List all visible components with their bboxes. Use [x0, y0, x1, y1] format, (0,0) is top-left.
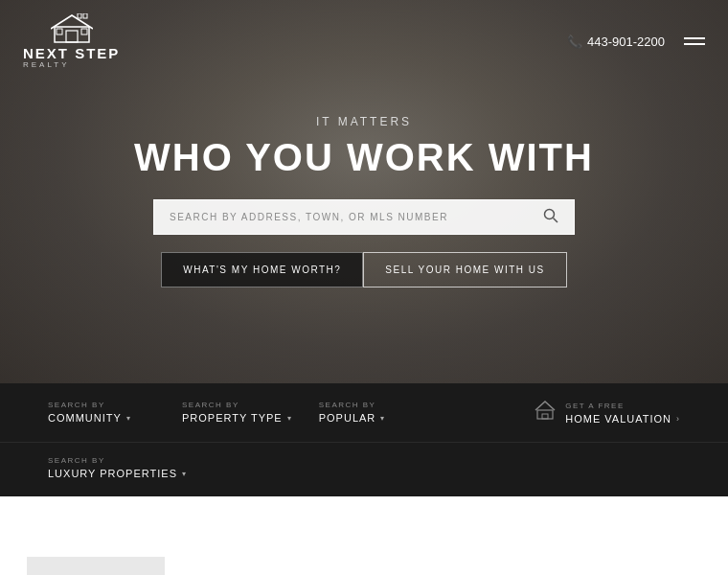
phone-number[interactable]: 📞 443-901-2200 [567, 34, 665, 49]
home-val-label: GET A FREE [565, 402, 680, 410]
community-value: COMMUNITY ▾ [48, 412, 155, 424]
search-property-type[interactable]: SEARCH BY PROPERTY TYPE ▾ [182, 383, 319, 441]
chevron-down-icon: ▾ [126, 414, 131, 423]
chevron-down-icon-2: ▾ [287, 414, 292, 423]
sell-home-button[interactable]: SELL YOUR HOME WITH US [363, 252, 566, 288]
search-luxury[interactable]: SEARCH BY LUXURY PROPERTIES ▾ [48, 443, 680, 496]
property-type-label: SEARCH BY [182, 401, 292, 409]
house-icon [535, 401, 556, 420]
menu-line-2 [684, 43, 705, 45]
phone-icon: 📞 [567, 34, 582, 49]
hero-content: IT MATTERS WHO YOU WORK WITH WHAT'S MY H… [0, 115, 728, 288]
svg-rect-2 [57, 29, 62, 34]
luxury-row: SEARCH BY LUXURY PROPERTIES ▾ [0, 442, 728, 496]
community-label: SEARCH BY [48, 401, 155, 409]
chevron-right-icon: › [676, 414, 680, 424]
home-worth-button[interactable]: WHAT'S MY HOME WORTH? [161, 252, 363, 288]
svg-rect-9 [542, 414, 548, 419]
search-by-bar: SEARCH BY COMMUNITY ▾ SEARCH BY PROPERTY… [0, 383, 728, 442]
search-bar [153, 199, 575, 235]
svg-rect-1 [66, 31, 78, 42]
hero-subtitle: IT MATTERS [38, 115, 690, 128]
svg-point-6 [545, 209, 555, 218]
popular-label: SEARCH BY [319, 401, 426, 409]
menu-line-1 [684, 37, 705, 39]
home-val-text: GET A FREE HOME VALUATION › [565, 402, 680, 425]
hamburger-menu[interactable] [684, 37, 705, 45]
about-section: ABOUT US [0, 496, 728, 575]
property-type-value: PROPERTY TYPE ▾ [182, 412, 292, 424]
luxury-value: LUXURY PROPERTIES ▾ [48, 468, 680, 479]
home-icon [535, 401, 556, 425]
cta-buttons: WHAT'S MY HOME WORTH? SELL YOUR HOME WIT… [38, 252, 690, 288]
navigation: NEXT STEP REALTY 📞 443-901-2200 [0, 0, 728, 82]
home-val-value: HOME VALUATION › [565, 413, 680, 425]
hero-section: NEXT STEP REALTY 📞 443-901-2200 IT MATTE… [0, 0, 728, 383]
home-valuation[interactable]: GET A FREE HOME VALUATION › [512, 383, 680, 442]
search-popular[interactable]: SEARCH BY POPULAR ▾ [319, 383, 453, 441]
svg-rect-3 [81, 29, 87, 34]
logo-text: NEXT STEP REALTY [23, 46, 120, 69]
search-icon [543, 208, 558, 223]
svg-rect-4 [78, 13, 81, 18]
search-input[interactable] [170, 200, 539, 234]
logo-icon [51, 13, 93, 44]
popular-value: POPULAR ▾ [319, 412, 426, 424]
svg-line-7 [554, 218, 558, 222]
chevron-down-icon-4: ▾ [182, 470, 187, 478]
search-button[interactable] [539, 204, 562, 231]
search-community[interactable]: SEARCH BY COMMUNITY ▾ [48, 383, 182, 441]
hero-title: WHO YOU WORK WITH [38, 136, 690, 178]
logo[interactable]: NEXT STEP REALTY [23, 13, 120, 69]
svg-rect-5 [83, 13, 87, 18]
luxury-label: SEARCH BY [48, 456, 680, 465]
about-us-button[interactable]: ABOUT US [27, 557, 165, 575]
chevron-down-icon-3: ▾ [380, 414, 385, 423]
nav-right: 📞 443-901-2200 [567, 34, 705, 49]
